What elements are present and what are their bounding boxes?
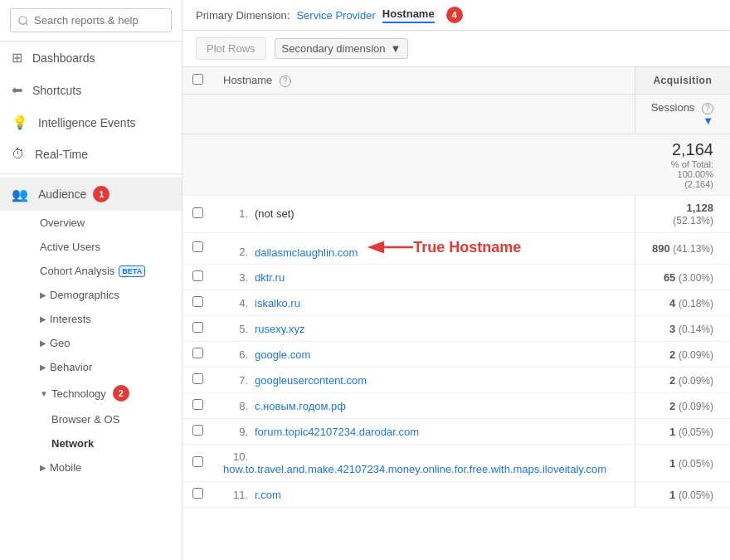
hostname-cell: 10.how.to.travel.and.make.42107234.money… xyxy=(213,445,635,482)
behavior-arrow[interactable]: ▶ xyxy=(40,363,46,372)
hostname-link[interactable]: r.com xyxy=(255,489,281,501)
sessions-cell: 1 (0.05%) xyxy=(635,445,730,482)
hostname-link[interactable]: dallasmclaughlin.com xyxy=(255,246,358,258)
row-number: 11. xyxy=(223,489,248,501)
select-all-header[interactable] xyxy=(182,67,213,95)
row-checkbox-cell xyxy=(182,482,213,508)
true-hostname-annotation: True Hostname xyxy=(367,239,521,256)
sessions-help-icon[interactable]: ? xyxy=(702,103,713,114)
sidebar-item-geo[interactable]: ▶ Geo xyxy=(0,331,182,355)
sidebar-item-active-users[interactable]: Active Users xyxy=(0,235,182,259)
interests-arrow[interactable]: ▶ xyxy=(40,314,46,324)
interests-label: Interests xyxy=(50,313,91,325)
hostname-link[interactable]: forum.topic42107234.darodar.com xyxy=(255,426,419,438)
sidebar-item-demographics[interactable]: ▶ Demographics xyxy=(0,283,182,307)
sidebar-item-interests[interactable]: ▶ Interests xyxy=(0,307,182,331)
row-checkbox-cell xyxy=(182,342,213,368)
table-row: 7.googleusercontent.com2 (0.09%) xyxy=(182,368,730,393)
hostname-link[interactable]: google.com xyxy=(255,348,310,361)
audience-label: Audience xyxy=(38,187,86,201)
hostname-link[interactable]: how.to.travel.and.make.42107234.money.on… xyxy=(223,463,606,475)
hostname-link[interactable]: с.новым.годом.рф xyxy=(255,400,346,412)
sidebar-item-network[interactable]: Network xyxy=(0,431,182,455)
hostname-help-icon[interactable]: ? xyxy=(280,75,291,87)
geo-arrow[interactable]: ▶ xyxy=(40,338,46,348)
acquisition-header: Acquisition xyxy=(635,67,730,95)
hostname-cell: 8.с.новым.годом.рф xyxy=(213,393,635,419)
geo-label: Geo xyxy=(50,337,71,349)
session-value: 4 xyxy=(669,297,675,309)
plot-rows-button[interactable]: Plot Rows xyxy=(196,37,266,60)
session-pct: (0.05%) xyxy=(679,489,713,501)
session-value: 1 xyxy=(669,426,675,438)
session-pct: (0.09%) xyxy=(679,349,713,361)
primary-dimension-bar: Primary Dimension: Service Provider Host… xyxy=(182,0,730,31)
row-checkbox[interactable] xyxy=(192,296,203,307)
row-checkbox-cell xyxy=(182,445,213,482)
hostname-link[interactable]: dktr.ru xyxy=(255,271,285,284)
table-row: 8.с.новым.годом.рф2 (0.09%) xyxy=(182,393,730,419)
session-value: 2 xyxy=(669,348,675,361)
total-sessions-cell: 2,164 % of Total: 100.00% (2,164) xyxy=(635,134,730,195)
sidebar-item-cohort-analysis[interactable]: Cohort Analysis BETA xyxy=(0,259,182,283)
sessions-column-header[interactable]: Sessions ? ▼ xyxy=(635,95,730,134)
row-checkbox-cell xyxy=(182,195,213,232)
row-number: 8. xyxy=(223,400,248,412)
sessions-cell: 65 (3.00%) xyxy=(635,265,730,290)
sidebar-item-technology[interactable]: ▼ Technology 2 xyxy=(0,379,182,407)
total-value: 2,164 xyxy=(645,140,713,159)
main-content: Primary Dimension: Service Provider Host… xyxy=(182,0,730,560)
session-value: 3 xyxy=(669,323,675,335)
hostname-text: (not set) xyxy=(255,207,294,220)
service-provider-link[interactable]: Service Provider xyxy=(296,9,375,22)
table-row: 6.google.com2 (0.09%) xyxy=(182,342,730,368)
sidebar-item-label: Intelligence Events xyxy=(38,116,136,129)
search-input[interactable] xyxy=(10,8,172,32)
row-checkbox[interactable] xyxy=(192,373,203,384)
chevron-down-icon: ▼ xyxy=(391,42,402,55)
table-row: 2.dallasmclaughlin.comTrue Hostname890 (… xyxy=(182,232,730,265)
hostname-dimension[interactable]: Hostname xyxy=(382,7,435,23)
session-value: 1 xyxy=(669,457,675,470)
sidebar-item-dashboards[interactable]: ⊞ Dashboards xyxy=(0,41,182,74)
sidebar-item-real-time[interactable]: ⏱ Real-Time xyxy=(0,139,182,170)
session-pct: (0.09%) xyxy=(679,375,713,387)
sessions-cell: 4 (0.18%) xyxy=(635,290,730,316)
row-number: 7. xyxy=(223,374,248,387)
session-pct: (41.13%) xyxy=(673,243,713,255)
row-checkbox[interactable] xyxy=(192,399,203,410)
row-checkbox[interactable] xyxy=(192,488,203,499)
technology-arrow[interactable]: ▼ xyxy=(40,389,48,398)
row-checkbox[interactable] xyxy=(192,322,203,333)
demographics-arrow[interactable]: ▶ xyxy=(40,290,46,299)
hostname-link[interactable]: rusexy.xyz xyxy=(255,323,304,335)
row-checkbox[interactable] xyxy=(192,456,203,467)
sessions-cell: 2 (0.09%) xyxy=(635,368,730,393)
row-checkbox-cell xyxy=(182,419,213,445)
hostname-cell: 2.dallasmclaughlin.comTrue Hostname xyxy=(213,232,635,265)
sessions-checkbox-col xyxy=(182,95,213,134)
sidebar-item-shortcuts[interactable]: ⬅ Shortcuts xyxy=(0,74,182,106)
sidebar-item-mobile[interactable]: ▶ Mobile xyxy=(0,455,182,480)
sessions-sort-icon[interactable]: ▼ xyxy=(703,114,713,127)
row-checkbox[interactable] xyxy=(192,270,203,281)
sidebar-item-browser-os[interactable]: Browser & OS xyxy=(0,407,182,431)
hostname-link[interactable]: iskalko.ru xyxy=(255,297,300,309)
select-all-checkbox[interactable] xyxy=(192,74,203,85)
sidebar-item-overview[interactable]: Overview xyxy=(0,211,182,235)
sidebar-item-behavior[interactable]: ▶ Behavior xyxy=(0,355,182,379)
sidebar-item-audience[interactable]: 👥 Audience 1 xyxy=(0,178,182,211)
row-number: 4. xyxy=(223,297,248,309)
sessions-cell: 1 (0.05%) xyxy=(635,482,730,508)
hostname-link[interactable]: googleusercontent.com xyxy=(255,374,367,387)
row-checkbox-cell xyxy=(182,368,213,393)
row-checkbox[interactable] xyxy=(192,348,203,358)
secondary-dimension-select[interactable]: Secondary dimension ▼ xyxy=(275,38,409,59)
row-checkbox[interactable] xyxy=(192,207,203,218)
session-value: 1,128 xyxy=(686,202,713,214)
table-row: 9.forum.topic42107234.darodar.com1 (0.05… xyxy=(182,419,730,445)
row-checkbox[interactable] xyxy=(192,241,203,252)
mobile-arrow[interactable]: ▶ xyxy=(40,463,46,472)
row-checkbox[interactable] xyxy=(192,425,203,436)
sidebar-item-intelligence-events[interactable]: 💡 Intelligence Events xyxy=(0,106,182,139)
